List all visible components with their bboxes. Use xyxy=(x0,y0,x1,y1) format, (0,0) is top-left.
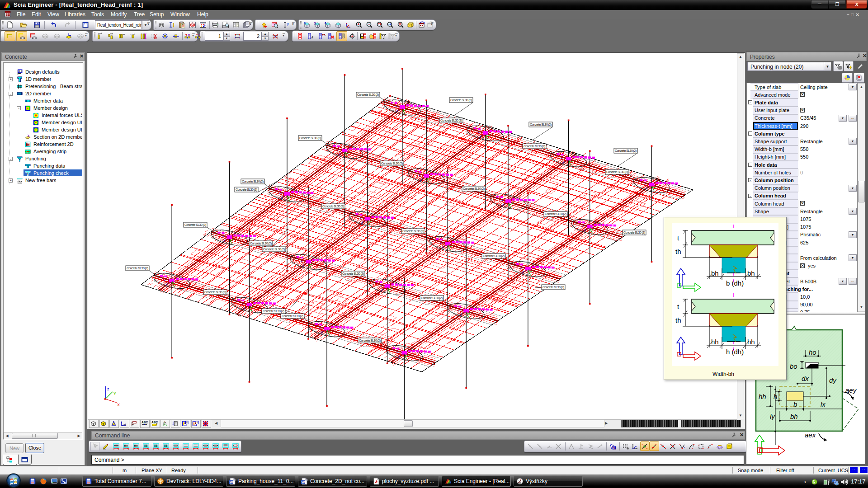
svg-text:t: t xyxy=(677,234,679,242)
svg-text:Concrete SL30 (2): Concrete SL30 (2) xyxy=(524,145,545,148)
svg-text:Concrete SL30 (2): Concrete SL30 (2) xyxy=(381,162,403,165)
svg-text:b (dh): b (dh) xyxy=(726,279,744,287)
svg-text:hh: hh xyxy=(759,393,766,400)
svg-text:ho: ho xyxy=(809,348,816,356)
svg-text:Concrete SL30 (2): Concrete SL30 (2) xyxy=(127,267,148,270)
svg-text:bh: bh xyxy=(790,413,798,420)
svg-text:Concrete SL30 (2): Concrete SL30 (2) xyxy=(530,123,552,127)
svg-text:Concrete SL30 (2): Concrete SL30 (2) xyxy=(357,93,379,97)
svg-text:th: th xyxy=(675,248,681,255)
svg-text:Concrete SL30 (2): Concrete SL30 (2) xyxy=(483,254,505,258)
svg-text:Concrete SL30 (2): Concrete SL30 (2) xyxy=(545,212,566,216)
svg-text:?: ? xyxy=(287,22,289,27)
svg-text:W: W xyxy=(302,480,305,484)
svg-text:bo: bo xyxy=(790,362,797,370)
svg-text:hh: hh xyxy=(747,338,755,346)
svg-text:hh: hh xyxy=(711,338,719,346)
svg-text:x: x xyxy=(304,21,306,24)
svg-text:Concrete SL30 (2): Concrete SL30 (2) xyxy=(282,314,303,318)
svg-text:th: th xyxy=(675,316,681,324)
svg-text:Concrete SL30 (2): Concrete SL30 (2) xyxy=(440,119,462,122)
svg-text:W: W xyxy=(230,480,233,484)
svg-text:Concrete SL30 (2): Concrete SL30 (2) xyxy=(623,231,645,235)
svg-text:lx: lx xyxy=(821,400,826,408)
svg-text:Concrete SL30 (2): Concrete SL30 (2) xyxy=(322,205,344,208)
svg-text:dy: dy xyxy=(829,376,837,384)
svg-text:bh: bh xyxy=(711,269,719,277)
svg-text:Concrete SL30 (2): Concrete SL30 (2) xyxy=(242,180,264,183)
svg-text:Concrete SL30 (2): Concrete SL30 (2) xyxy=(450,99,472,102)
svg-text:ABC: ABC xyxy=(142,421,148,424)
svg-text:Concrete SL30 (2): Concrete SL30 (2) xyxy=(342,272,364,276)
svg-text:b: b xyxy=(793,400,797,408)
svg-text:t: t xyxy=(677,303,679,310)
svg-text:aex: aex xyxy=(805,431,816,439)
svg-text:z: z xyxy=(107,387,109,391)
svg-text:Concrete SL30 (2): Concrete SL30 (2) xyxy=(299,136,321,140)
svg-text:Concrete SL30 (2): Concrete SL30 (2) xyxy=(421,296,443,300)
svg-text:Concrete SL30 (2): Concrete SL30 (2) xyxy=(263,310,284,313)
svg-text:Concrete SL30 (2): Concrete SL30 (2) xyxy=(236,188,257,192)
svg-text:Y: Y xyxy=(113,391,116,396)
svg-text:Concrete SL30 (2): Concrete SL30 (2) xyxy=(606,170,628,174)
svg-text:Concrete SL30 (2): Concrete SL30 (2) xyxy=(263,248,285,251)
svg-text:dx: dx xyxy=(802,375,809,382)
svg-text:Concrete SL30 (2): Concrete SL30 (2) xyxy=(402,230,424,233)
svg-text:Concrete SL30 (2): Concrete SL30 (2) xyxy=(184,223,206,227)
svg-text:Concrete SL30 (2): Concrete SL30 (2) xyxy=(615,149,637,153)
svg-text:Concrete SL30 (2): Concrete SL30 (2) xyxy=(250,242,272,245)
svg-text:z: z xyxy=(325,21,326,24)
svg-text:y: y xyxy=(314,21,316,25)
svg-text:Concrete SL30 (2): Concrete SL30 (2) xyxy=(204,291,226,294)
svg-text:X: X xyxy=(117,403,120,407)
svg-text:Concrete SL30 (2): Concrete SL30 (2) xyxy=(463,187,485,191)
svg-text:bh: bh xyxy=(747,269,755,277)
svg-text:Concrete SL30 (2): Concrete SL30 (2) xyxy=(542,286,564,289)
svg-text:Concrete SL30 (2): Concrete SL30 (2) xyxy=(359,339,381,343)
svg-text:Width-bh: Width-bh xyxy=(712,371,734,377)
svg-text:ly: ly xyxy=(770,413,775,420)
svg-text:h (dh): h (dh) xyxy=(726,348,744,356)
